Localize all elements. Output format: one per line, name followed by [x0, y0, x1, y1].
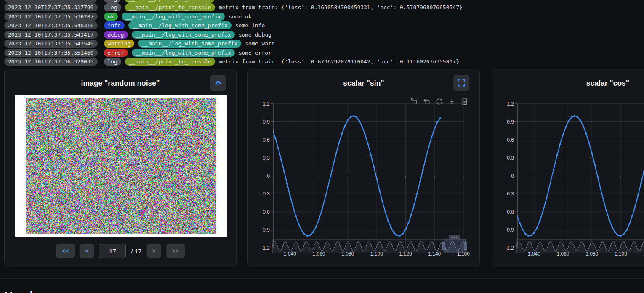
- data-point[interactable]: [321, 210, 322, 211]
- slider-right-handle[interactable]: [464, 243, 467, 250]
- data-point[interactable]: [419, 181, 421, 182]
- data-point[interactable]: [364, 134, 366, 135]
- data-point[interactable]: [516, 214, 518, 215]
- data-point[interactable]: [402, 233, 404, 235]
- data-point[interactable]: [295, 215, 297, 216]
- data-point[interactable]: [410, 214, 412, 215]
- data-point[interactable]: [628, 223, 630, 225]
- data-point[interactable]: [603, 199, 604, 201]
- data-point[interactable]: [574, 115, 575, 117]
- data-point[interactable]: [416, 193, 418, 194]
- data-point[interactable]: [611, 226, 613, 228]
- data-point[interactable]: [533, 232, 535, 234]
- data-point[interactable]: [359, 120, 360, 122]
- next-page-button[interactable]: >: [147, 244, 161, 258]
- data-point[interactable]: [413, 204, 415, 206]
- data-point[interactable]: [312, 231, 314, 233]
- data-point[interactable]: [620, 235, 622, 237]
- data-point[interactable]: [384, 211, 386, 213]
- data-point[interactable]: [390, 227, 392, 229]
- data-point[interactable]: [376, 178, 378, 179]
- data-point[interactable]: [333, 164, 334, 166]
- data-point[interactable]: [353, 115, 354, 117]
- data-point[interactable]: [617, 235, 619, 236]
- data-point[interactable]: [519, 222, 520, 224]
- data-point[interactable]: [559, 143, 561, 145]
- data-point[interactable]: [591, 153, 593, 154]
- expand-sin-chart-button[interactable]: [453, 75, 469, 91]
- data-point[interactable]: [562, 134, 564, 135]
- data-point[interactable]: [585, 132, 587, 134]
- data-point[interactable]: [536, 227, 538, 229]
- data-point[interactable]: [393, 232, 395, 234]
- data-point[interactable]: [335, 153, 337, 154]
- data-point[interactable]: [370, 154, 372, 156]
- data-point[interactable]: [522, 229, 523, 230]
- data-point[interactable]: [274, 137, 276, 139]
- prev-page-button[interactable]: <: [80, 244, 94, 258]
- data-point[interactable]: [524, 233, 526, 235]
- cos-line-chart[interactable]: 1.20.90.60.30-0.3-0.6-0.9-1.21,0401,0601…: [492, 94, 644, 267]
- data-point[interactable]: [434, 128, 435, 129]
- data-point[interactable]: [283, 171, 285, 172]
- data-point[interactable]: [594, 164, 596, 166]
- data-point[interactable]: [318, 219, 319, 220]
- data-point[interactable]: [551, 178, 552, 179]
- data-point[interactable]: [597, 176, 599, 178]
- data-point[interactable]: [640, 182, 642, 184]
- data-point[interactable]: [439, 117, 441, 119]
- data-point[interactable]: [608, 219, 610, 220]
- data-point[interactable]: [298, 223, 299, 225]
- data-point[interactable]: [431, 136, 432, 138]
- data-point[interactable]: [344, 125, 346, 127]
- data-point[interactable]: [545, 201, 546, 203]
- data-point[interactable]: [303, 233, 305, 235]
- data-point[interactable]: [527, 235, 529, 237]
- data-point[interactable]: [583, 125, 584, 127]
- data-point[interactable]: [588, 142, 590, 144]
- data-point[interactable]: [577, 116, 578, 118]
- data-point[interactable]: [324, 199, 325, 201]
- data-point[interactable]: [614, 231, 616, 233]
- data-point[interactable]: [373, 166, 375, 167]
- data-point[interactable]: [382, 201, 383, 203]
- data-point[interactable]: [634, 205, 636, 207]
- data-point[interactable]: [571, 116, 572, 118]
- data-point[interactable]: [327, 188, 328, 190]
- data-point[interactable]: [347, 119, 349, 121]
- data-point[interactable]: [428, 146, 429, 148]
- data-point[interactable]: [289, 194, 291, 196]
- data-point[interactable]: [350, 116, 351, 118]
- data-point[interactable]: [626, 230, 628, 231]
- data-point[interactable]: [306, 235, 308, 237]
- data-point[interactable]: [396, 235, 398, 236]
- data-point[interactable]: [539, 220, 541, 222]
- data-point[interactable]: [387, 220, 389, 222]
- data-point[interactable]: [556, 154, 558, 156]
- data-point[interactable]: [568, 120, 569, 122]
- slider-left-handle[interactable]: [442, 243, 445, 250]
- data-point[interactable]: [436, 121, 438, 123]
- data-point[interactable]: [554, 166, 555, 167]
- data-point[interactable]: [379, 190, 381, 191]
- data-point[interactable]: [356, 116, 357, 118]
- data-point[interactable]: [272, 129, 274, 131]
- data-point[interactable]: [292, 205, 294, 207]
- data-point[interactable]: [330, 176, 331, 177]
- data-point[interactable]: [422, 169, 424, 171]
- data-point[interactable]: [407, 222, 409, 224]
- data-point[interactable]: [425, 157, 427, 159]
- data-point[interactable]: [530, 235, 532, 236]
- data-point[interactable]: [315, 226, 317, 228]
- data-point[interactable]: [341, 132, 343, 134]
- download-image-button[interactable]: [210, 75, 226, 91]
- data-point[interactable]: [548, 190, 549, 191]
- data-point[interactable]: [631, 215, 633, 216]
- data-point[interactable]: [280, 159, 282, 161]
- data-point[interactable]: [277, 148, 279, 149]
- data-point[interactable]: [301, 230, 302, 231]
- data-point[interactable]: [605, 210, 607, 211]
- data-point[interactable]: [600, 188, 601, 190]
- last-page-button[interactable]: >>: [166, 244, 185, 258]
- data-point[interactable]: [565, 126, 567, 128]
